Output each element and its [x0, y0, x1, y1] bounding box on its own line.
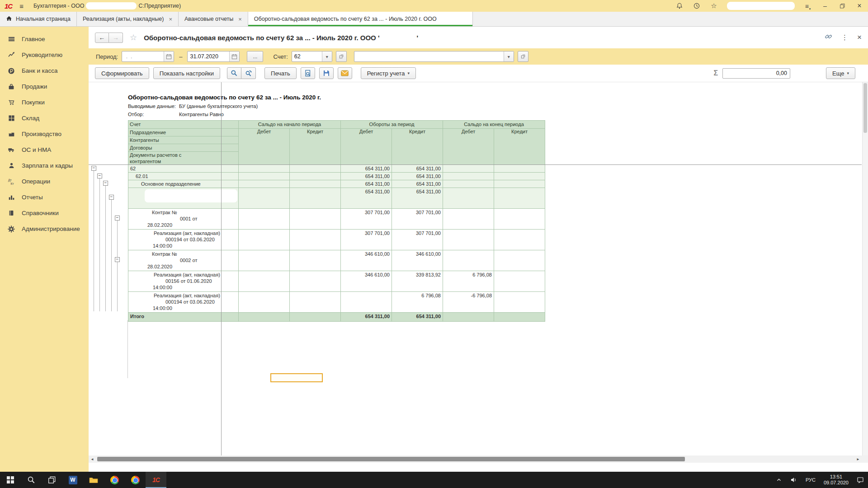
amount-cell[interactable]: [290, 271, 341, 292]
amount-cell[interactable]: 307 701,00: [341, 209, 392, 230]
amount-cell[interactable]: [443, 173, 494, 180]
vertical-scrollbar-thumb[interactable]: [863, 83, 867, 133]
notifications-bell-icon[interactable]: [675, 2, 684, 10]
horizontal-scrollbar[interactable]: ◄ ►: [89, 455, 868, 463]
taskbar-search-icon[interactable]: [21, 472, 42, 488]
search-icon[interactable]: [227, 67, 241, 79]
calendar-icon[interactable]: [229, 52, 239, 61]
favorites-star-icon[interactable]: ☆: [710, 2, 718, 10]
amount-cell[interactable]: 346 610,00: [392, 250, 443, 271]
amount-cell[interactable]: 307 701,00: [392, 230, 443, 250]
amount-cell[interactable]: [443, 209, 494, 230]
amount-cell[interactable]: 654 311,00: [341, 313, 392, 322]
close-report-button[interactable]: ×: [857, 33, 862, 42]
account-open-icon[interactable]: [336, 51, 347, 62]
amount-cell[interactable]: [239, 230, 290, 250]
amount-cell[interactable]: 307 701,00: [341, 230, 392, 250]
date-to-input[interactable]: [188, 52, 229, 61]
main-menu-icon[interactable]: ≡: [19, 2, 24, 10]
amount-cell[interactable]: 346 610,00: [341, 250, 392, 271]
amount-cell[interactable]: [239, 209, 290, 230]
get-link-icon[interactable]: [825, 33, 832, 42]
amount-cell[interactable]: [239, 188, 290, 209]
account-input[interactable]: [292, 52, 322, 61]
amount-cell[interactable]: [290, 209, 341, 230]
start-button[interactable]: [0, 472, 21, 488]
tab-home[interactable]: Начальная страница: [0, 12, 77, 26]
amount-cell[interactable]: 654 311,00: [341, 188, 392, 209]
row-field-cell[interactable]: 62.01: [128, 173, 239, 180]
horizontal-scrollbar-thumb[interactable]: [97, 457, 685, 461]
period-ellipsis-button[interactable]: ...: [247, 51, 263, 62]
row-field-cell[interactable]: Контрак №0001 от28.02.2020: [128, 209, 239, 230]
task-view-icon[interactable]: [42, 472, 62, 488]
amount-cell[interactable]: [494, 173, 545, 180]
amount-cell[interactable]: 654 311,00: [392, 180, 443, 188]
date-from-input[interactable]: [122, 52, 164, 61]
amount-cell[interactable]: [290, 165, 341, 173]
vertical-scrollbar[interactable]: [862, 82, 868, 455]
print-button[interactable]: Печать: [264, 67, 297, 79]
amount-cell[interactable]: [494, 180, 545, 188]
amount-cell[interactable]: 6 796,08: [443, 271, 494, 292]
amount-cell[interactable]: [443, 165, 494, 173]
send-email-icon[interactable]: [338, 67, 352, 79]
amount-cell[interactable]: [494, 313, 545, 322]
amount-cell[interactable]: [239, 180, 290, 188]
history-icon[interactable]: [693, 2, 701, 10]
nav-back-button[interactable]: ←: [95, 33, 109, 43]
amount-cell[interactable]: 6 796,08: [392, 292, 443, 313]
register-button[interactable]: Регистр учета▾: [361, 67, 416, 79]
counterparty-dropdown-icon[interactable]: ▾: [504, 52, 514, 61]
tree-expander-icon[interactable]: −: [115, 216, 120, 221]
favorite-star-icon[interactable]: ☆: [130, 33, 137, 42]
amount-cell[interactable]: 654 311,00: [341, 180, 392, 188]
amount-cell[interactable]: [239, 313, 290, 322]
row-field-cell[interactable]: Реализация (акт, накладная)000194 от 03.…: [128, 230, 239, 250]
sidebar-item-продажи[interactable]: Продажи: [0, 79, 89, 94]
amount-cell[interactable]: [239, 165, 290, 173]
amount-cell[interactable]: [290, 230, 341, 250]
amount-cell[interactable]: 654 311,00: [341, 165, 392, 173]
tree-expander-icon[interactable]: −: [115, 257, 120, 262]
sidebar-item-администрирование[interactable]: Администрирование: [0, 221, 89, 237]
amount-cell[interactable]: [443, 180, 494, 188]
counterparty-input[interactable]: [354, 52, 504, 61]
sidebar-item-руководителю[interactable]: Руководителю: [0, 47, 89, 63]
search-next-icon[interactable]: [241, 67, 256, 79]
counterparty-open-icon[interactable]: [518, 51, 528, 62]
tab-1[interactable]: Реализация (акты, накладные)×: [77, 12, 179, 26]
row-field-cell[interactable]: Реализация (акт, накладная)000194 от 03.…: [128, 292, 239, 313]
amount-cell[interactable]: [239, 250, 290, 271]
amount-cell[interactable]: [494, 230, 545, 250]
tree-expander-icon[interactable]: −: [103, 181, 108, 186]
print-preview-icon[interactable]: [301, 67, 315, 79]
sidebar-item-отчеты[interactable]: Отчеты: [0, 189, 89, 205]
row-field-cell[interactable]: [128, 188, 239, 209]
restore-button[interactable]: [838, 2, 846, 10]
row-field-cell[interactable]: Реализация (акт, накладная)00156 от 01.0…: [128, 271, 239, 292]
action-center-icon[interactable]: [853, 472, 868, 488]
amount-cell[interactable]: [290, 313, 341, 322]
amount-cell[interactable]: 654 311,00: [392, 313, 443, 322]
calendar-icon[interactable]: [164, 52, 174, 61]
amount-cell[interactable]: [239, 173, 290, 180]
generate-button[interactable]: Сформировать: [95, 67, 149, 79]
amount-cell[interactable]: -6 796,08: [443, 292, 494, 313]
taskbar-clock[interactable]: 13:5109.07.2020: [820, 472, 853, 488]
amount-cell[interactable]: 346 610,00: [341, 271, 392, 292]
amount-cell[interactable]: [239, 292, 290, 313]
row-field-cell[interactable]: Итого: [128, 313, 239, 322]
amount-cell[interactable]: [443, 313, 494, 322]
amount-cell[interactable]: [341, 292, 392, 313]
file-explorer-icon[interactable]: [83, 472, 104, 488]
chrome-icon[interactable]: [104, 472, 125, 488]
sidebar-item-покупки[interactable]: Покупки: [0, 94, 89, 110]
amount-cell[interactable]: [494, 271, 545, 292]
1c-taskbar-icon-active[interactable]: 1С: [146, 472, 166, 488]
sidebar-item-производство[interactable]: Производство: [0, 126, 89, 142]
tree-expander-icon[interactable]: −: [97, 174, 102, 178]
chrome-icon[interactable]: [125, 472, 146, 488]
account-dropdown-icon[interactable]: ▾: [322, 52, 332, 61]
amount-cell[interactable]: 339 813,92: [392, 271, 443, 292]
